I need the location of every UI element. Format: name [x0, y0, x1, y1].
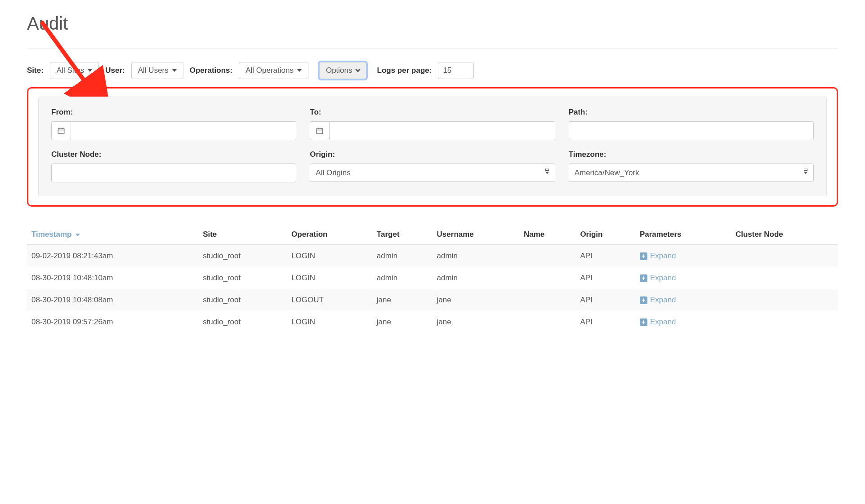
options-panel-highlight: From: To: Path: Cluster Node: [27, 87, 838, 207]
path-input[interactable] [569, 121, 814, 140]
logs-per-page-input[interactable] [438, 62, 474, 79]
filter-bar: Site: All Sites User: All Users Operatio… [27, 62, 838, 79]
expand-button[interactable]: +Expand [640, 252, 676, 261]
cell-timestamp: 08-30-2019 10:48:10am [27, 267, 198, 289]
cell-operation: LOGOUT [287, 289, 372, 311]
cell-username: admin [432, 245, 519, 267]
to-field: To: [310, 108, 555, 140]
operations-dropdown[interactable]: All Operations [239, 62, 308, 79]
col-operation[interactable]: Operation [287, 225, 372, 245]
expand-label: Expand [650, 318, 676, 327]
origin-field: Origin: All Origins [310, 150, 555, 182]
cell-name [519, 267, 575, 289]
to-calendar-button[interactable] [310, 121, 330, 140]
origin-label: Origin: [310, 150, 555, 159]
plus-icon: + [640, 274, 647, 282]
table-row: 08-30-2019 09:57:26amstudio_rootLOGINjan… [27, 311, 838, 333]
site-dropdown-value: All Sites [57, 66, 84, 75]
caret-down-icon [297, 69, 302, 72]
cell-site: studio_root [198, 289, 287, 311]
cell-target: jane [372, 311, 432, 333]
operations-label: Operations: [190, 66, 232, 75]
cell-cluster-node [731, 289, 838, 311]
site-dropdown[interactable]: All Sites [50, 62, 99, 79]
cell-username: jane [432, 289, 519, 311]
col-cluster-node[interactable]: Cluster Node [731, 225, 838, 245]
col-username[interactable]: Username [432, 225, 519, 245]
plus-icon: + [640, 296, 647, 304]
user-dropdown-value: All Users [138, 66, 169, 75]
cell-operation: LOGIN [287, 267, 372, 289]
col-target[interactable]: Target [372, 225, 432, 245]
options-toggle-button[interactable]: Options [319, 62, 366, 79]
expand-button[interactable]: +Expand [640, 318, 676, 327]
col-name[interactable]: Name [519, 225, 575, 245]
cell-timestamp: 08-30-2019 10:48:08am [27, 289, 198, 311]
chevron-down-icon [355, 67, 360, 72]
cell-target: admin [372, 267, 432, 289]
from-input[interactable] [71, 121, 296, 140]
logs-per-page-label: Logs per page: [377, 66, 432, 75]
col-parameters[interactable]: Parameters [635, 225, 731, 245]
table-row: 08-30-2019 10:48:10amstudio_rootLOGINadm… [27, 267, 838, 289]
cell-username: jane [432, 311, 519, 333]
table-row: 08-30-2019 10:48:08amstudio_rootLOGOUTja… [27, 289, 838, 311]
cell-timestamp: 09-02-2019 08:21:43am [27, 245, 198, 267]
timezone-select[interactable]: America/New_York [569, 164, 814, 182]
plus-icon: + [640, 252, 647, 260]
cell-cluster-node [731, 267, 838, 289]
cell-cluster-node [731, 245, 838, 267]
cell-origin: API [575, 245, 635, 267]
timezone-label: Timezone: [569, 150, 814, 159]
cell-cluster-node [731, 311, 838, 333]
cell-parameters: +Expand [635, 245, 731, 267]
cell-parameters: +Expand [635, 267, 731, 289]
cell-site: studio_root [198, 311, 287, 333]
expand-button[interactable]: +Expand [640, 274, 676, 283]
expand-label: Expand [650, 252, 676, 261]
cell-target: admin [372, 245, 432, 267]
user-dropdown[interactable]: All Users [131, 62, 183, 79]
cell-origin: API [575, 267, 635, 289]
options-toggle-label: Options [326, 66, 352, 75]
from-calendar-button[interactable] [51, 121, 71, 140]
plus-icon: + [640, 318, 647, 326]
timezone-field: Timezone: America/New_York [569, 150, 814, 182]
from-label: From: [51, 108, 296, 117]
expand-button[interactable]: +Expand [640, 296, 676, 305]
caret-down-icon [172, 69, 177, 72]
svg-rect-11 [317, 128, 323, 134]
cell-parameters: +Expand [635, 311, 731, 333]
col-site[interactable]: Site [198, 225, 287, 245]
cell-site: studio_root [198, 267, 287, 289]
path-label: Path: [569, 108, 814, 117]
to-input[interactable] [330, 121, 555, 140]
audit-table: Timestamp Site Operation Target Username… [27, 225, 838, 333]
cell-timestamp: 08-30-2019 09:57:26am [27, 311, 198, 333]
user-label: User: [105, 66, 125, 75]
col-timestamp-label: Timestamp [31, 230, 71, 239]
from-field: From: [51, 108, 296, 140]
expand-label: Expand [650, 296, 676, 305]
cell-name [519, 311, 575, 333]
col-origin[interactable]: Origin [575, 225, 635, 245]
cell-origin: API [575, 311, 635, 333]
sort-desc-icon [76, 234, 80, 236]
table-header-row: Timestamp Site Operation Target Username… [27, 225, 838, 245]
expand-label: Expand [650, 274, 676, 283]
path-field: Path: [569, 108, 814, 140]
cell-operation: LOGIN [287, 245, 372, 267]
caret-down-icon [88, 69, 92, 72]
origin-select[interactable]: All Origins [310, 164, 555, 182]
to-label: To: [310, 108, 555, 117]
cell-name [519, 289, 575, 311]
svg-rect-1 [58, 128, 64, 134]
cell-operation: LOGIN [287, 311, 372, 333]
cell-site: studio_root [198, 245, 287, 267]
col-timestamp[interactable]: Timestamp [27, 225, 198, 245]
cluster-node-input[interactable] [51, 164, 296, 182]
cell-username: admin [432, 267, 519, 289]
operations-dropdown-value: All Operations [245, 66, 294, 75]
table-row: 09-02-2019 08:21:43amstudio_rootLOGINadm… [27, 245, 838, 267]
cell-target: jane [372, 289, 432, 311]
